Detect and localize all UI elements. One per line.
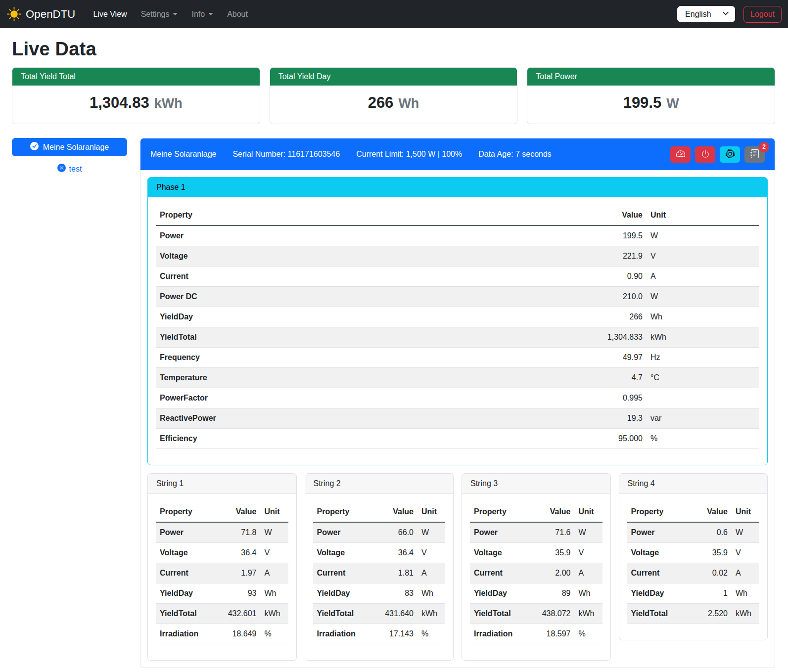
- brand[interactable]: OpenDTU: [7, 7, 75, 21]
- language-select[interactable]: English: [677, 6, 735, 22]
- summary-card-total-yield-day: Total Yield Day 266 Wh: [270, 67, 518, 124]
- row-property: YieldDay: [627, 583, 687, 604]
- row-value: 431.640: [372, 604, 417, 624]
- row-property: YieldTotal: [470, 604, 529, 624]
- table-header-row: Property Value Unit: [156, 205, 759, 225]
- table-row: Irradiation 18.649 %: [156, 624, 288, 644]
- navbar-right: English Logout: [677, 6, 782, 23]
- nav-item-about[interactable]: About: [220, 6, 255, 23]
- table-row: YieldTotal 438.072 kWh: [470, 604, 603, 624]
- inverter-name: Meine Solaranlage: [150, 150, 216, 159]
- row-value: 221.9: [449, 246, 647, 267]
- chevron-down-icon: [173, 13, 178, 15]
- row-unit: V: [647, 246, 759, 267]
- col-value: Value: [449, 205, 647, 225]
- nav-item-live-view[interactable]: Live View: [86, 6, 134, 23]
- card-title: Total Power: [527, 68, 775, 86]
- col-property: Property: [156, 502, 215, 522]
- row-unit: V: [575, 543, 603, 563]
- row-unit: A: [261, 563, 288, 583]
- row-unit: W: [575, 522, 603, 543]
- row-unit: A: [647, 267, 759, 287]
- inverter-select-button[interactable]: Meine Solaranlage: [12, 138, 127, 156]
- power-icon: [701, 149, 710, 160]
- row-unit: %: [575, 624, 603, 644]
- string-title: String 3: [462, 474, 610, 494]
- row-value: 83: [372, 583, 417, 604]
- table-row: YieldDay 266 Wh: [156, 307, 759, 327]
- nav-links: Live View Settings Info About: [86, 6, 255, 23]
- row-value: 1,304.833: [449, 327, 647, 348]
- row-unit: kWh: [647, 327, 759, 348]
- nav-item-settings[interactable]: Settings: [134, 6, 185, 23]
- phase-title: Phase 1: [148, 178, 767, 197]
- summary-row: Total Yield Total 1,304.83 kWh Total Yie…: [12, 67, 775, 124]
- card-unit: W: [666, 96, 679, 111]
- row-unit: kWh: [732, 604, 759, 624]
- table-header-row: Property Value Unit: [313, 502, 446, 522]
- row-value: 266: [449, 307, 647, 327]
- limit-settings-button[interactable]: [670, 146, 691, 163]
- row-property: Current: [470, 563, 529, 583]
- row-unit: Wh: [417, 583, 445, 604]
- logout-button[interactable]: Logout: [743, 6, 782, 23]
- row-property: Voltage: [470, 543, 529, 563]
- card-value: 199.5: [623, 94, 662, 112]
- row-value: 0.02: [686, 563, 732, 583]
- table-row: Temperature 4.7 °C: [156, 368, 759, 388]
- table-row: Voltage 35.9 V: [470, 543, 603, 563]
- row-value: 2.00: [529, 563, 575, 583]
- inverter-limit: Current Limit: 1,500 W | 100%: [356, 150, 462, 159]
- row-unit: Wh: [732, 583, 759, 604]
- row-property: Power: [313, 522, 372, 543]
- row-unit: %: [261, 624, 288, 644]
- navbar: OpenDTU Live View Settings Info About En…: [0, 0, 788, 28]
- inverter-panel: Meine Solaranlage Serial Number: 1161716…: [140, 138, 775, 668]
- row-value: 0.6: [686, 522, 732, 543]
- power-button[interactable]: [695, 146, 715, 163]
- journal-icon: [750, 149, 759, 160]
- col-property: Property: [313, 502, 372, 522]
- row-unit: Hz: [647, 348, 759, 368]
- nav-item-info[interactable]: Info: [185, 6, 220, 23]
- row-value: 89: [529, 583, 575, 604]
- table-row: Power 199.5 W: [156, 225, 759, 246]
- string-card-3: String 3 Property Value Unit: [462, 473, 611, 661]
- row-value: 49.97: [449, 348, 647, 368]
- col-unit: Unit: [732, 502, 759, 522]
- page-title: Live Data: [12, 39, 775, 60]
- row-value: 1: [686, 583, 732, 604]
- inverter-header: Meine Solaranlage Serial Number: 1161716…: [140, 138, 775, 170]
- event-log-button[interactable]: 2: [744, 146, 765, 163]
- event-count-badge: 2: [759, 142, 769, 152]
- col-property: Property: [627, 502, 687, 522]
- col-unit: Unit: [261, 502, 288, 522]
- row-value: 210.0: [449, 287, 647, 307]
- row-property: Power DC: [156, 287, 449, 307]
- col-value: Value: [686, 502, 732, 522]
- row-unit: V: [261, 543, 288, 563]
- row-property: Irradiation: [313, 624, 372, 644]
- table-row: Current 0.90 A: [156, 267, 759, 287]
- table-row: YieldTotal 2.520 kWh: [627, 604, 760, 624]
- inverter-item-test[interactable]: test: [12, 164, 127, 174]
- col-value: Value: [529, 502, 575, 522]
- device-info-button[interactable]: [720, 146, 740, 163]
- string-title: String 1: [148, 474, 296, 494]
- row-property: Current: [156, 563, 215, 583]
- string-card-4: String 4 Property Value Unit: [619, 473, 768, 640]
- row-unit: V: [732, 543, 759, 563]
- row-property: Voltage: [156, 543, 215, 563]
- table-row: Current 2.00 A: [470, 563, 603, 583]
- table-row: Efficiency 95.000 %: [156, 429, 759, 449]
- row-value: 432.601: [215, 604, 261, 624]
- row-value: 1.97: [215, 563, 261, 583]
- card-title: Total Yield Day: [270, 68, 517, 86]
- row-property: Temperature: [156, 368, 449, 388]
- inverter-item-label: test: [69, 165, 82, 174]
- col-unit: Unit: [575, 502, 603, 522]
- row-property: YieldDay: [156, 583, 215, 604]
- table-header-row: Property Value Unit: [156, 502, 288, 522]
- row-unit: W: [261, 522, 288, 543]
- row-property: YieldTotal: [156, 327, 449, 348]
